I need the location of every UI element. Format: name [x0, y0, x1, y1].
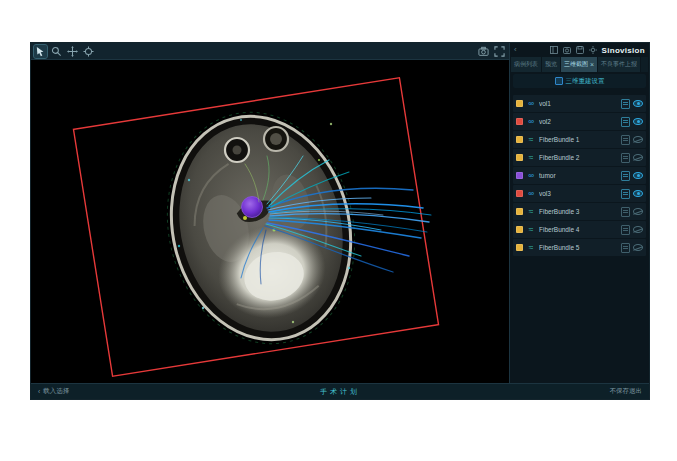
tab-label: 三维截图 [564, 60, 588, 69]
layer-row[interactable]: vol3 [513, 185, 646, 202]
save-icon[interactable] [576, 46, 585, 55]
layer-properties-icon[interactable] [621, 153, 630, 163]
layer-row[interactable]: FiberBundle 2 [513, 149, 646, 166]
brand-logo: Sinovision [602, 46, 645, 55]
layer-color-swatch[interactable] [516, 136, 523, 143]
layer-color-swatch[interactable] [516, 244, 523, 251]
viewport-3d [31, 43, 509, 383]
layer-row[interactable]: FiberBundle 1 [513, 131, 646, 148]
layer-visibility-toggle[interactable] [633, 136, 643, 143]
layer-properties-icon[interactable] [621, 99, 630, 109]
fullscreen-button[interactable] [493, 45, 506, 58]
layer-visibility-toggle[interactable] [633, 100, 643, 107]
layer-visibility-toggle[interactable] [633, 172, 643, 179]
surgical-plan-label: 手术计划 [320, 387, 360, 397]
layer-type-icon [526, 153, 536, 163]
layer-properties-icon[interactable] [621, 189, 630, 199]
camera-icon [478, 46, 489, 57]
layer-type-icon [526, 189, 536, 199]
reconstruction-settings-label: 三维重建设置 [566, 77, 605, 86]
layer-label: tumor [539, 172, 618, 179]
move-icon [67, 46, 78, 57]
pan-tool-button[interactable] [66, 45, 79, 58]
layer-row[interactable]: vol1 [513, 95, 646, 112]
layer-type-icon [526, 243, 536, 253]
layer-visibility-toggle[interactable] [633, 118, 643, 125]
render-canvas[interactable] [31, 60, 509, 383]
layer-visibility-toggle[interactable] [633, 190, 643, 197]
panel-header: ‹ Sinovision [510, 43, 649, 57]
layer-label: FiberBundle 3 [539, 208, 618, 215]
layer-color-swatch[interactable] [516, 154, 523, 161]
layer-list: vol1 vol2 FiberBundle 1 [510, 93, 649, 383]
layer-label: FiberBundle 4 [539, 226, 618, 233]
layer-type-icon [526, 207, 536, 217]
layer-visibility-toggle[interactable] [633, 208, 643, 215]
layer-type-icon [526, 171, 536, 181]
layer-color-swatch[interactable] [516, 208, 523, 215]
layer-label: vol2 [539, 118, 618, 125]
layer-properties-icon[interactable] [621, 117, 630, 127]
layer-color-swatch[interactable] [516, 190, 523, 197]
layer-visibility-toggle[interactable] [633, 226, 643, 233]
layer-visibility-toggle[interactable] [633, 244, 643, 251]
layer-label: FiberBundle 2 [539, 154, 618, 161]
layer-type-icon [526, 117, 536, 127]
cursor-icon [35, 46, 46, 57]
cursor-tool-button[interactable] [34, 45, 47, 58]
exit-without-saving-button[interactable]: 不保存退出 [610, 387, 643, 396]
close-tab-icon[interactable]: × [590, 61, 594, 68]
tab-label: 不良事件上报 [601, 60, 637, 69]
exit-without-saving-label: 不保存退出 [610, 387, 643, 396]
layer-type-icon [526, 99, 536, 109]
app-window: ‹ Sinovision 病例列表 预览 三维截图 [30, 42, 650, 400]
zoom-tool-button[interactable] [50, 45, 63, 58]
tab-label: 病例列表 [514, 60, 538, 69]
layer-type-icon [526, 225, 536, 235]
capture-button[interactable] [477, 45, 490, 58]
layer-row[interactable]: FiberBundle 3 [513, 203, 646, 220]
layout-icon[interactable] [550, 46, 559, 55]
layer-label: FiberBundle 5 [539, 244, 618, 251]
tab-3d-screenshot[interactable]: 三维截图 × [561, 57, 597, 72]
layer-properties-icon[interactable] [621, 135, 630, 145]
settings-icon[interactable] [589, 46, 598, 55]
right-panel: ‹ Sinovision 病例列表 预览 三维截图 [509, 43, 649, 383]
layer-properties-icon[interactable] [621, 243, 630, 253]
fullscreen-icon [494, 46, 505, 57]
layer-color-swatch[interactable] [516, 226, 523, 233]
chevron-left-icon: ‹ [38, 388, 40, 395]
layer-label: vol1 [539, 100, 618, 107]
layer-label: FiberBundle 1 [539, 136, 618, 143]
tab-label: 预览 [545, 60, 557, 69]
layer-label: vol3 [539, 190, 618, 197]
load-selection-button[interactable]: ‹ 载入选择 [38, 387, 69, 396]
reconstruction-settings-button[interactable]: 三维重建设置 [513, 74, 646, 88]
collapse-panel-icon[interactable]: ‹ [514, 46, 517, 54]
layer-properties-icon[interactable] [621, 207, 630, 217]
layer-properties-icon[interactable] [621, 171, 630, 181]
layer-row[interactable]: FiberBundle 5 [513, 239, 646, 256]
layer-row[interactable]: FiberBundle 4 [513, 221, 646, 238]
layer-type-icon [526, 135, 536, 145]
screenshot-icon[interactable] [563, 46, 572, 55]
crosshair-tool-button[interactable] [82, 45, 95, 58]
bottom-bar: ‹ 载入选择 手术计划 不保存退出 [31, 383, 649, 399]
layer-color-swatch[interactable] [516, 172, 523, 179]
tab-preview[interactable]: 预览 [542, 57, 560, 72]
tab-adverse-event-report[interactable]: 不良事件上报 [598, 57, 640, 72]
tab-case-list[interactable]: 病例列表 [511, 57, 541, 72]
panel-tabs: 病例列表 预览 三维截图 × 不良事件上报 [510, 57, 649, 72]
brain-render [31, 60, 509, 383]
layer-color-swatch[interactable] [516, 118, 523, 125]
layer-color-swatch[interactable] [516, 100, 523, 107]
layer-visibility-toggle[interactable] [633, 154, 643, 161]
layer-properties-icon[interactable] [621, 225, 630, 235]
viewport-toolbar [31, 43, 509, 60]
cube-icon [555, 77, 563, 85]
crosshair-icon [83, 46, 94, 57]
load-selection-label: 载入选择 [43, 387, 69, 396]
layer-row[interactable]: vol2 [513, 113, 646, 130]
magnifier-icon [51, 46, 62, 57]
layer-row[interactable]: tumor [513, 167, 646, 184]
